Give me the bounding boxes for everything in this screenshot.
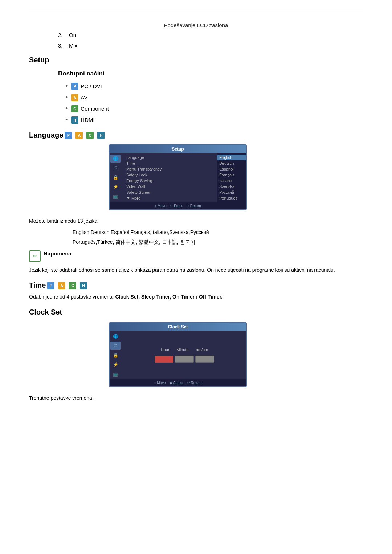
osd-box: Setup 🌐 ⏱ 🔒 ⚡ 📺 Language Time Menu Trans… <box>109 144 247 210</box>
clockset-osd-body: 🌐 ⏱ 🔒 ⚡ 📺 Hour Minute am/pm <box>110 331 246 379</box>
note-title: Napomena <box>44 250 72 257</box>
badge-p: P <box>71 83 78 90</box>
list-item-2: 2. On <box>58 32 363 38</box>
label-minute: Minute <box>177 348 189 352</box>
osd-lang-deutsch: Deutsch <box>217 160 246 166</box>
note-body: Jezik koji ste odabrali odnosi se samo n… <box>29 266 363 274</box>
osd-menu-videowall: Video Wall <box>125 184 215 189</box>
lang-badge-p: P <box>65 132 72 139</box>
clockset-footer-return: ↩ Return <box>187 381 202 385</box>
osd-menu-safetyscreen: Safety Screen <box>125 189 215 195</box>
clockset-icon-4: ⚡ <box>110 361 121 369</box>
osd-footer-return: ↩ Return <box>186 204 201 208</box>
clockset-icon-3: 🔒 <box>110 351 121 359</box>
bullet-dot: • <box>65 116 68 124</box>
osd-menu-language: Language <box>125 155 215 160</box>
mode-component-label: Component <box>81 106 109 112</box>
osd-menu-more: ▼ More <box>125 195 215 201</box>
lang-badge-a: A <box>75 132 83 139</box>
badge-c: C <box>71 105 78 112</box>
clockset-icon-2: ⏱ <box>110 342 121 350</box>
mode-hdmi-label: HDMI <box>81 117 94 123</box>
dostupni-heading: Dostupni načini <box>58 70 363 77</box>
osd-menu-safetylock: Safety Lock <box>125 172 215 178</box>
note-content: Napomena <box>44 250 72 257</box>
label-ampm: am/pm <box>196 348 208 352</box>
osd-lang-espanol: Español <box>217 166 246 172</box>
lang-badge-h: H <box>97 132 105 139</box>
osd-lang-italiano: Italiano <box>217 178 246 184</box>
osd-lang-svenska: Svenska <box>217 184 246 189</box>
modes-list: • P PC / DVI • A AV • C Component • H HD… <box>65 82 363 124</box>
clockset-footer-move: ↕ Move <box>154 381 166 385</box>
osd-icon-5: 📺 <box>110 192 121 200</box>
time-body: Odabir jedne od 4 postavke vremena, Cloc… <box>29 293 363 301</box>
bullet-dot: • <box>65 105 68 112</box>
note-box: ✏ Napomena <box>29 250 363 262</box>
clockset-center: Hour Minute am/pm <box>123 331 246 379</box>
badge-a: A <box>71 94 78 101</box>
time-heading-row: Time P A C H <box>29 281 363 290</box>
time-badge-h: H <box>80 282 87 289</box>
clockset-osd-title: Clock Set <box>110 323 246 331</box>
input-minute[interactable] <box>175 356 194 363</box>
language-osd: Setup 🌐 ⏱ 🔒 ⚡ 📺 Language Time Menu Trans… <box>109 144 247 210</box>
mode-component: • C Component <box>65 105 363 112</box>
osd-icon-3: 🔒 <box>110 173 121 181</box>
mode-hdmi: • H HDMI <box>65 116 363 124</box>
clock-labels: Hour Minute am/pm <box>161 348 208 352</box>
osd-icons: 🌐 ⏱ 🔒 ⚡ 📺 <box>110 153 123 202</box>
osd-icon-2: ⏱ <box>110 164 121 172</box>
osd-lang-english: English <box>217 155 246 160</box>
osd-lang-portugues: Português <box>217 195 246 201</box>
osd-title: Setup <box>110 145 246 153</box>
language-heading-row: Language P A C H <box>29 131 363 139</box>
bullet-dot: • <box>65 94 68 101</box>
clockset-heading: Clock Set <box>29 308 363 316</box>
osd-menu-time: Time <box>125 160 215 166</box>
note-icon: ✏ <box>29 250 41 262</box>
osd-footer-move: ↕ Move <box>155 204 166 208</box>
clockset-osd-footer: ↕ Move ✿ Adjust ↩ Return <box>110 379 246 386</box>
osd-menu: Language Time Menu Transparency Safety L… <box>123 153 217 202</box>
time-badge-c: C <box>69 282 76 289</box>
bottom-border <box>29 424 363 424</box>
clockset-osd: Clock Set 🌐 ⏱ 🔒 ⚡ 📺 Hour Minute am/pm <box>109 322 247 387</box>
osd-lang-russian: Русский <box>217 189 246 195</box>
language-list-line1: English,Deutsch,Español,Français,Italian… <box>73 229 363 236</box>
time-heading: Time <box>29 281 46 290</box>
language-list-line2: Português,Türkçe, 简体中文, 繁體中文, 日本語, 한국어 <box>73 238 363 246</box>
clockset-icon-5: 📺 <box>110 370 121 378</box>
osd-icon-4: ⚡ <box>110 183 121 191</box>
osd-menu-transparency: Menu Transparency <box>125 166 215 172</box>
language-heading: Language <box>29 131 63 139</box>
language-body: Možete birati između 13 jezika. <box>29 217 363 225</box>
lang-badge-c: C <box>86 132 94 139</box>
badge-h: H <box>71 116 78 124</box>
mode-pc: • P PC / DVI <box>65 82 363 90</box>
osd-body: 🌐 ⏱ 🔒 ⚡ 📺 Language Time Menu Transparenc… <box>110 153 246 202</box>
osd-menu-energy: Energy Saving <box>125 178 215 184</box>
input-hour[interactable] <box>155 356 173 363</box>
top-border <box>29 11 363 11</box>
setup-heading: Setup <box>29 56 363 64</box>
clockset-footer-adjust: ✿ Adjust <box>170 381 183 385</box>
osd-lang-francais: Français <box>217 172 246 178</box>
osd-footer: ↕ Move ↵ Enter ↩ Return <box>110 202 246 209</box>
clockset-icon-1: 🌐 <box>110 332 121 340</box>
bullet-dot: • <box>65 82 68 90</box>
clockset-icons: 🌐 ⏱ 🔒 ⚡ 📺 <box>110 331 123 379</box>
osd-submenu: English Deutsch Español Français Italian… <box>217 153 246 202</box>
clock-inputs <box>155 356 214 363</box>
page-title: Podešavanje LCD zaslona <box>29 22 363 28</box>
time-badge-a: A <box>58 282 65 289</box>
page-container: Podešavanje LCD zaslona 2. On 3. Mix Set… <box>0 0 392 554</box>
input-ampm[interactable] <box>195 356 214 363</box>
mode-pc-label: PC / DVI <box>81 83 102 89</box>
time-badge-p: P <box>47 282 54 289</box>
osd-icon-1: 🌐 <box>110 155 121 163</box>
mode-av: • A AV <box>65 94 363 101</box>
mode-av-label: AV <box>81 94 87 100</box>
clockset-body: Trenutne postavke vremena. <box>29 394 363 402</box>
label-hour: Hour <box>161 348 170 352</box>
